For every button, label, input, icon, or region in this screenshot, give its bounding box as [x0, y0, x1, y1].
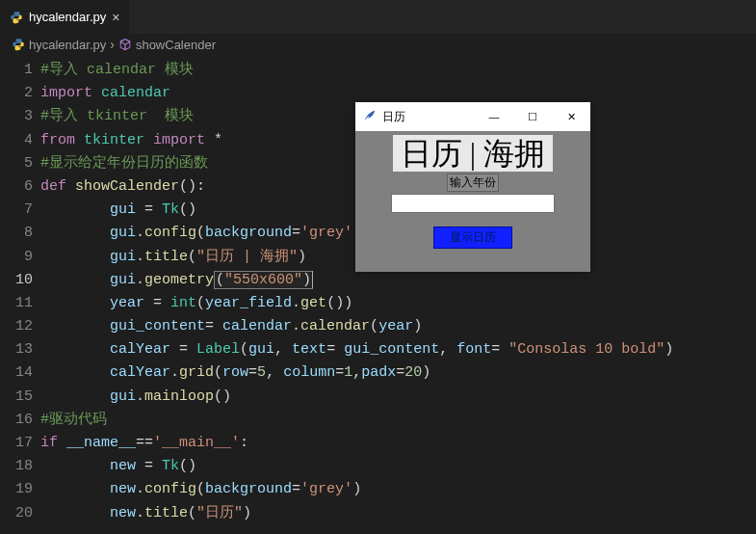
- breadcrumb[interactable]: hycalendar.py › showCalender: [0, 34, 756, 55]
- minimize-button[interactable]: —: [475, 102, 513, 131]
- app-client-area: 日历 | 海拥 输入年份 显示日历: [355, 131, 590, 272]
- app-titlebar[interactable]: 日历 — ☐ ✕: [355, 102, 590, 131]
- breadcrumb-file: hycalendar.py: [29, 38, 106, 52]
- year-input-label: 输入年份: [447, 174, 499, 192]
- tab-bar: hycalendar.py ×: [0, 0, 756, 34]
- app-feather-icon: [363, 109, 377, 125]
- breadcrumb-symbol: showCalender: [136, 38, 216, 52]
- show-calendar-button[interactable]: 显示日历: [433, 227, 512, 249]
- app-window-title: 日历: [382, 109, 475, 125]
- python-file-icon: [12, 38, 25, 51]
- app-window: 日历 — ☐ ✕ 日历 | 海拥 输入年份 显示日历: [355, 102, 590, 272]
- line-number-gutter: 1234567891011121314151617181920: [0, 59, 40, 525]
- tab-filename: hycalendar.py: [29, 10, 106, 24]
- chevron-right-icon: ›: [110, 37, 115, 52]
- python-file-icon: [10, 11, 23, 24]
- editor-tab[interactable]: hycalendar.py ×: [0, 0, 130, 34]
- symbol-method-icon: [118, 38, 132, 51]
- close-icon[interactable]: ×: [112, 11, 119, 24]
- year-input[interactable]: [391, 194, 555, 213]
- maximize-button[interactable]: ☐: [513, 102, 552, 131]
- app-banner: 日历 | 海拥: [393, 135, 553, 172]
- close-button[interactable]: ✕: [552, 102, 590, 131]
